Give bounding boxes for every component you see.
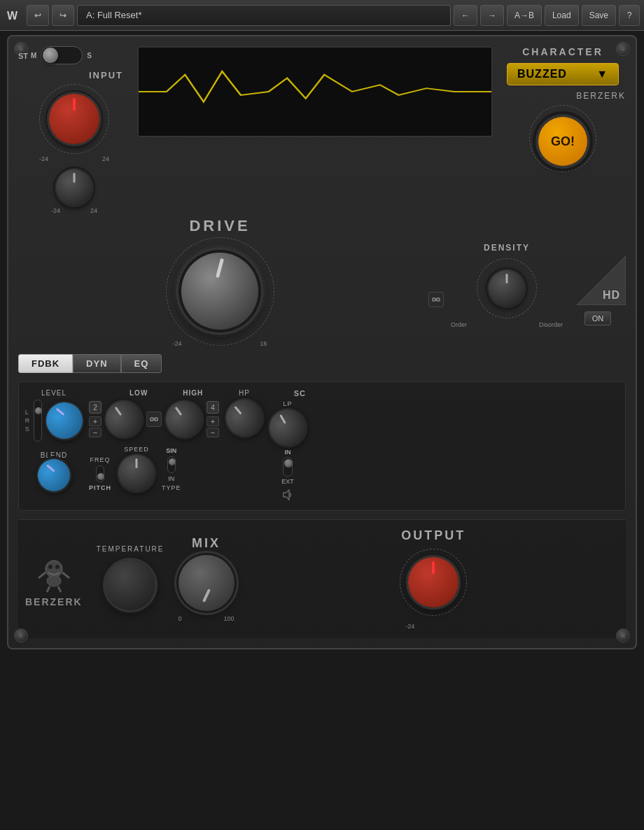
plugin-body: + + + ✕ ST M S INPUT [7,35,637,649]
hp-knob[interactable] [218,392,270,443]
berzerk-text: BERZERK [25,596,83,607]
lp-knob[interactable] [262,402,312,452]
svg-point-12 [55,565,59,569]
speed-label: SPEED [124,446,149,453]
input-range: -24 24 [36,155,113,162]
svg-line-13 [38,572,46,578]
svg-line-17 [58,586,61,592]
tab-fdbk[interactable]: FDBK [18,354,73,373]
high-plus-minus: + − [206,416,219,437]
sin-in-toggle[interactable] [167,456,176,473]
lr-slider[interactable] [34,400,42,442]
band2-group: 2 + − [89,401,102,437]
ab-button[interactable]: A→B [507,5,542,26]
hp-area: HP [226,389,262,436]
st-label: ST [18,52,28,60]
tabs-section: FDBK DYN EQ [18,354,626,373]
temperature-knob[interactable] [105,560,155,610]
svg-point-11 [48,565,52,569]
high-plus-btn[interactable]: + [206,416,219,426]
load-button[interactable]: Load [545,5,579,26]
berzerk-mascot-svg [33,551,75,593]
mix-knob[interactable] [178,555,234,611]
waveform-display [137,46,493,137]
redo-button[interactable]: ↪ [52,5,74,26]
lr-slider-thumb [35,407,42,414]
svg-line-16 [47,586,50,592]
low-minus-btn[interactable]: − [89,428,102,437]
lp-sc-area: SC LP IN EXT [270,389,306,503]
svg-rect-1 [139,48,491,136]
tab-dyn[interactable]: DYN [73,354,120,373]
ms-toggle-row: ST M S [18,46,130,64]
low-plus-minus: + − [89,416,102,437]
high-knob-container [166,401,202,437]
freq-label: FREQ [90,456,110,463]
tab-eq[interactable]: EQ [121,354,162,373]
input-knob[interactable] [49,94,99,144]
in-ext-switch[interactable] [283,457,293,477]
hd-triangle-area: HD [570,253,626,309]
drive-knob[interactable] [181,253,258,330]
fdbk-panel: LEVEL L R S BLEND [18,381,626,511]
low-knob[interactable] [99,394,149,444]
character-dropdown[interactable]: BUZZED ▼ [507,63,619,85]
low-knob-container [106,401,142,437]
drive-link-button[interactable] [428,292,444,307]
input-dotted-ring [39,84,109,154]
sin-label: SIN [166,447,176,454]
level-knob[interactable] [41,396,89,444]
freq-pitch-toggle[interactable] [96,465,104,482]
density-label: DENSITY [484,243,530,253]
in2-label: IN [285,449,291,456]
character-label: CHARACTER [522,46,603,57]
fdbk-left: LEVEL L R S BLEND [26,389,82,491]
ms-switch[interactable] [41,46,83,64]
screw-tr: + [616,42,630,56]
output-range: -24 [400,623,467,630]
lp-label: LP [283,400,292,407]
drive-density-row: DRIVE -24 16 DENSITY [18,224,626,347]
bottom-bar: BERZERK TEMPERATURE [18,519,626,638]
level-row: L R S [25,400,83,442]
screw-br: ✕ [616,628,630,642]
save-button[interactable]: Save [582,5,616,26]
berzerk-logo: BERZERK [25,551,83,607]
sub-input-range: -24 24 [50,207,99,214]
speed-knob[interactable] [118,455,155,491]
prev-preset-button[interactable]: ← [454,5,477,26]
lr-s-labels: L R S [25,409,30,432]
berzerk-btn-area: GO! [528,104,598,174]
low-plus-btn[interactable]: + [89,416,102,426]
hd-on-button[interactable]: ON [584,311,612,325]
high-minus-btn[interactable]: − [206,428,219,437]
blend-knob[interactable] [32,453,75,496]
level-label: LEVEL [41,389,66,397]
next-preset-button[interactable]: → [480,5,504,26]
band4-number: 4 [206,401,219,414]
density-knob[interactable] [489,270,525,307]
undo-button[interactable]: ↩ [27,5,49,26]
in-ext-thumb [284,459,293,467]
input-area: ST M S INPUT -24 [18,46,130,214]
hd-label: HD [603,289,620,302]
band-link-button[interactable] [146,412,162,427]
waves-logo[interactable]: W [4,6,24,25]
help-button[interactable]: ? [619,5,640,26]
sc-label: SC [270,389,306,398]
sub-input-knob[interactable] [56,169,92,206]
preset-name[interactable]: A: Full Reset* [77,5,451,26]
output-knob[interactable] [408,557,458,607]
temperature-label: TEMPERATURE [97,545,164,553]
mix-label: MIX [192,536,220,551]
input-label: INPUT [89,70,123,80]
output-label: OUTPUT [401,528,465,543]
character-section: CHARACTER BUZZED ▼ BERZERK GO! [500,46,626,174]
switch-knob [43,48,58,63]
sin-in-area: SIN IN TYPE [162,447,181,491]
band2-number: 2 [89,401,102,414]
mix-range: 0 100 [178,615,234,622]
low-high-labels: LOW HIGH [130,389,203,397]
high-knob[interactable] [159,394,209,444]
pitch-label: PITCH [89,484,111,491]
